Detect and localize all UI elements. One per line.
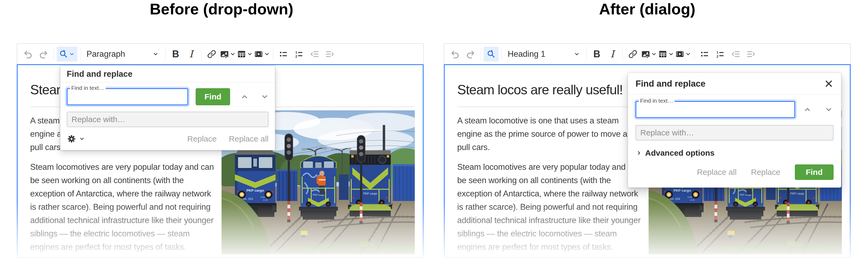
chevron-down-icon bbox=[229, 51, 236, 58]
undo-button[interactable] bbox=[447, 47, 463, 62]
close-icon bbox=[824, 79, 834, 88]
find-field-wrapper: Find in text… bbox=[67, 88, 188, 105]
previous-result-button[interactable] bbox=[240, 92, 249, 102]
find-replace-button[interactable] bbox=[57, 47, 78, 62]
undo-icon bbox=[450, 49, 460, 59]
outdent-icon bbox=[731, 49, 740, 59]
close-dialog-button[interactable] bbox=[824, 79, 834, 88]
chevron-down-icon bbox=[152, 51, 159, 58]
replace-input[interactable] bbox=[636, 125, 834, 141]
gear-icon bbox=[67, 134, 76, 144]
chevron-up-icon bbox=[240, 92, 249, 102]
search-options-button[interactable] bbox=[67, 134, 85, 144]
chevron-down-icon bbox=[260, 92, 270, 102]
redo-icon bbox=[39, 49, 48, 59]
image-upload-icon bbox=[641, 49, 650, 59]
chevron-down-icon bbox=[824, 105, 834, 114]
advanced-options-label: Advanced options bbox=[645, 148, 715, 157]
toolbar-separator bbox=[694, 48, 694, 60]
insert-table-button[interactable] bbox=[237, 47, 253, 62]
indent-icon bbox=[325, 49, 335, 59]
numbered-list-button[interactable] bbox=[291, 47, 306, 62]
indent-button[interactable] bbox=[322, 47, 337, 62]
media-embed-button[interactable] bbox=[675, 47, 691, 62]
insert-table-button[interactable] bbox=[658, 47, 675, 62]
table-icon bbox=[237, 49, 246, 59]
paragraph-style-label: Heading 1 bbox=[508, 49, 545, 59]
bulleted-list-button[interactable] bbox=[697, 47, 712, 62]
italic-button[interactable]: I bbox=[605, 47, 620, 62]
find-button[interactable]: Find bbox=[196, 88, 230, 105]
table-icon bbox=[658, 49, 668, 59]
numbered-list-button[interactable] bbox=[713, 47, 727, 62]
chevron-down-icon bbox=[79, 136, 85, 142]
bold-button[interactable]: B bbox=[589, 47, 604, 62]
paragraph-style-dropdown[interactable]: Heading 1 bbox=[504, 47, 584, 62]
insert-image-button[interactable] bbox=[641, 47, 657, 62]
chevron-down-icon bbox=[573, 51, 580, 58]
link-button[interactable] bbox=[625, 47, 640, 62]
toolbar: Paragraph B I bbox=[17, 43, 424, 64]
find-button[interactable]: Find bbox=[795, 164, 834, 180]
find-field-wrapper: Find in text… bbox=[636, 101, 795, 118]
next-result-button[interactable] bbox=[260, 92, 270, 102]
find-replace-dialog: Find and replace Find in text… Advanced … bbox=[628, 73, 841, 188]
outdent-button[interactable] bbox=[728, 47, 743, 62]
find-input-label: Find in text… bbox=[639, 98, 675, 104]
indent-button[interactable] bbox=[744, 47, 758, 62]
panel-title: Find and replace bbox=[67, 69, 132, 79]
toolbar: Heading 1 B I bbox=[444, 43, 851, 64]
insert-image-button[interactable] bbox=[220, 47, 236, 62]
replace-all-button[interactable]: Replace all bbox=[697, 168, 736, 177]
redo-button[interactable] bbox=[463, 47, 478, 62]
chevron-right-icon bbox=[636, 150, 643, 156]
replace-button[interactable]: Replace bbox=[187, 134, 217, 143]
replace-input[interactable] bbox=[67, 112, 269, 127]
italic-button[interactable]: I bbox=[184, 47, 198, 62]
find-replace-icon bbox=[486, 49, 496, 59]
chevron-down-icon bbox=[685, 51, 691, 58]
undo-button[interactable] bbox=[21, 47, 35, 62]
before-title: Before (drop-down) bbox=[150, 0, 293, 18]
after-title: After (dialog) bbox=[599, 0, 695, 18]
chevron-up-icon bbox=[803, 105, 812, 114]
numbered-list-icon bbox=[294, 49, 304, 59]
previous-result-button[interactable] bbox=[803, 105, 812, 114]
link-icon bbox=[207, 49, 216, 59]
bulleted-list-button[interactable] bbox=[276, 47, 291, 62]
toolbar-separator bbox=[54, 48, 54, 60]
find-replace-button[interactable] bbox=[484, 47, 499, 62]
next-result-button[interactable] bbox=[824, 105, 834, 114]
advanced-options-toggle[interactable]: Advanced options bbox=[636, 148, 834, 157]
chevron-down-icon bbox=[650, 51, 657, 58]
replace-all-button[interactable]: Replace all bbox=[229, 134, 269, 143]
paragraph-style-label: Paragraph bbox=[87, 49, 125, 59]
chevron-down-icon bbox=[668, 51, 675, 58]
chevron-down-icon bbox=[246, 51, 253, 58]
toolbar-separator bbox=[622, 48, 623, 60]
toolbar-separator bbox=[586, 48, 587, 60]
link-button[interactable] bbox=[204, 47, 219, 62]
redo-button[interactable] bbox=[36, 47, 51, 62]
bold-icon: B bbox=[593, 49, 600, 59]
outdent-icon bbox=[310, 49, 319, 59]
media-embed-button[interactable] bbox=[254, 47, 270, 62]
numbered-list-icon bbox=[715, 49, 725, 59]
redo-icon bbox=[466, 49, 475, 59]
find-replace-icon bbox=[59, 49, 68, 59]
image-upload-icon bbox=[220, 49, 229, 59]
media-icon bbox=[675, 49, 685, 59]
media-icon bbox=[254, 49, 264, 59]
toolbar-separator bbox=[165, 48, 165, 60]
italic-icon: I bbox=[611, 49, 614, 59]
find-input-label: Find in text… bbox=[70, 85, 106, 91]
chevron-down-icon bbox=[68, 51, 75, 58]
paragraph-style-dropdown[interactable]: Paragraph bbox=[83, 47, 163, 62]
replace-button[interactable]: Replace bbox=[751, 168, 780, 177]
outdent-button[interactable] bbox=[307, 47, 322, 62]
toolbar-separator bbox=[201, 48, 202, 60]
italic-icon: I bbox=[189, 49, 193, 59]
undo-icon bbox=[23, 49, 33, 59]
bold-button[interactable]: B bbox=[168, 47, 183, 62]
dialog-title: Find and replace bbox=[636, 79, 706, 89]
